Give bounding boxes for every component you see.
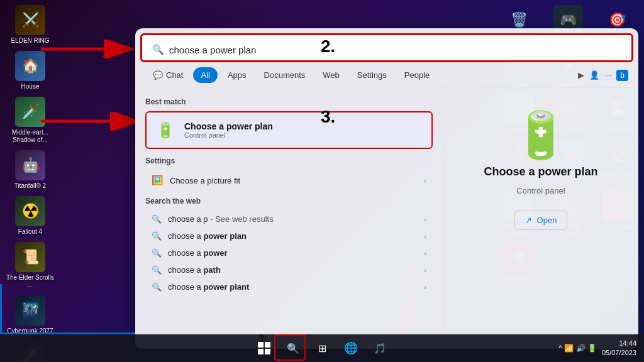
time-date: 14:44 05/07/2023: [602, 339, 636, 358]
web-item-3-text: choose a power: [168, 248, 228, 258]
start-menu: 🔍 💬 Chat All Apps Documents Web Settings: [135, 28, 638, 349]
play-icon: ▶: [578, 70, 584, 80]
tab-documents-label: Documents: [264, 70, 306, 80]
start-button[interactable]: [251, 336, 277, 361]
web-item-3[interactable]: 🔍 choose a power ›: [145, 244, 433, 261]
web-item-5-text: choose a power plant: [168, 282, 249, 292]
chevron-right-icon-5: ›: [424, 283, 426, 291]
settings-choose-picture[interactable]: 🖼️ Choose a picture fit ›: [145, 170, 433, 190]
open-icon: ↗: [525, 216, 532, 225]
web-section-label: Search the web: [145, 197, 433, 206]
fallout-icon: ☢️: [15, 196, 45, 226]
left-panel: Best match 🔋 Choose a power plan Control…: [135, 87, 443, 349]
web-item-5[interactable]: 🔍 choose a power plant ›: [145, 278, 433, 295]
desktop-icon-fallout[interactable]: ☢️ Fallout 4: [5, 196, 55, 236]
tab-people[interactable]: People: [397, 67, 437, 83]
cyberpunk-icon: 🌃: [15, 295, 45, 326]
right-panel-title: Choose a power plan: [484, 165, 597, 178]
open-button[interactable]: ↗ Open: [514, 211, 568, 230]
best-match-title: Choose a power plan: [184, 121, 273, 131]
tab-chat[interactable]: 💬 Chat: [145, 67, 191, 83]
more-icon[interactable]: ···: [604, 70, 611, 80]
tf-label: Titanfall® 2: [14, 182, 46, 190]
annotation-2: 2.: [321, 36, 335, 57]
tab-web[interactable]: Web: [315, 67, 347, 83]
desktop-icon-elden[interactable]: ⚔️ ELDEN RING: [5, 5, 55, 45]
web-item-2-text: choose a power plan: [168, 231, 247, 241]
search-icon: 🔍: [152, 44, 164, 55]
taskbar-taskview[interactable]: ⊞: [309, 336, 335, 361]
me-label: Middle-eart... Shadow of...: [5, 129, 55, 144]
tab-all-label: All: [201, 70, 209, 80]
desktop-icon-cyberpunk[interactable]: 🌃 Cyberpunk 2077: [5, 295, 55, 335]
tab-apps[interactable]: Apps: [220, 67, 254, 83]
web-item-2[interactable]: 🔍 choose a power plan ›: [145, 228, 433, 244]
fallout-label: Fallout 4: [18, 228, 42, 236]
tab-controls: ▶ 👤 ··· b: [578, 70, 628, 81]
chevron-right-icon-2: ›: [424, 233, 426, 240]
tab-apps-label: Apps: [228, 70, 247, 80]
taskview-icon: ⊞: [318, 343, 326, 354]
search-web-icon-5: 🔍: [152, 282, 162, 292]
time-display: 14:44: [619, 339, 636, 348]
chevron-right-icon: ›: [424, 177, 426, 184]
web-item-4[interactable]: 🔍 choose a path ›: [145, 261, 433, 278]
taskbar-start-highlight: [274, 334, 306, 361]
main-content: Best match 🔋 Choose a power plan Control…: [135, 87, 638, 349]
chevron-right-icon-4: ›: [424, 266, 426, 274]
best-match-item[interactable]: 🔋 Choose a power plan Control panel: [145, 111, 433, 149]
tab-documents[interactable]: Documents: [257, 67, 313, 83]
web-item-1[interactable]: 🔍 choose a p - See web results ›: [145, 211, 433, 228]
taskbar-right: ^ 📶 🔊 🔋 14:44 05/07/2023: [558, 339, 636, 358]
tabs-row: 💬 Chat All Apps Documents Web Settings P…: [135, 67, 638, 87]
elden-icon: ⚔️: [15, 5, 45, 35]
search-web-icon-4: 🔍: [152, 265, 162, 275]
search-web-icon-1: 🔍: [152, 214, 162, 224]
red-arrow-1: [41, 40, 142, 58]
tab-settings-label: Settings: [357, 70, 387, 80]
tab-all[interactable]: All: [193, 67, 217, 83]
taskbar-chrome[interactable]: 🌐: [338, 336, 364, 361]
chevron-right-icon-1: ›: [424, 216, 426, 223]
tab-people-label: People: [404, 70, 430, 80]
red-arrow-2: [41, 112, 148, 131]
desktop-icons-left: ⚔️ ELDEN RING 🏠 House 🗡️ Middle-eart... …: [5, 5, 55, 362]
desktop-icon-elderscrolls[interactable]: 📜 The Elder Scrolls ...: [5, 242, 55, 289]
person-icon: 👤: [589, 70, 599, 80]
chrome-icon: 🌐: [344, 341, 358, 355]
house-label: House: [21, 83, 40, 90]
taskbar: 🔍 ⊞ 🌐 🎵 ^ 📶 🔊 🔋 14:44 05/07/2023: [0, 334, 644, 362]
search-bar-container[interactable]: 🔍: [140, 33, 633, 62]
elderscrolls-label: The Elder Scrolls ...: [5, 274, 55, 289]
tray-icons: ^ 📶 🔊 🔋: [558, 344, 597, 353]
search-web-icon-3: 🔍: [152, 248, 162, 258]
right-power-icon: 🔋: [513, 112, 569, 158]
tf-icon: 🤖: [15, 150, 45, 180]
taskbar-spotify-icon: 🎵: [374, 343, 386, 354]
search-web-icon-2: 🔍: [152, 231, 162, 241]
elderscrolls-icon: 📜: [15, 242, 45, 272]
settings-item-label: Choose a picture fit: [170, 176, 240, 185]
bing-icon: b: [616, 70, 628, 81]
power-plan-icon: 🔋: [153, 118, 178, 143]
blue-border-vertical: [0, 284, 2, 334]
date-display: 05/07/2023: [602, 348, 636, 358]
chat-icon: 💬: [153, 70, 163, 80]
search-input[interactable]: [169, 45, 621, 55]
desktop: ⚔️ ELDEN RING 🏠 House 🗡️ Middle-eart... …: [0, 0, 644, 362]
taskbar-spotify[interactable]: 🎵: [367, 336, 393, 361]
picture-icon: 🖼️: [152, 175, 164, 186]
settings-section-label: Settings: [145, 156, 433, 165]
chevron-right-icon-3: ›: [424, 250, 426, 257]
tab-chat-label: Chat: [166, 70, 183, 80]
tab-settings[interactable]: Settings: [350, 67, 394, 83]
tab-web-label: Web: [323, 70, 340, 80]
taskbar-center: 🔍 ⊞ 🌐 🎵: [251, 336, 393, 361]
desktop-icon-tf[interactable]: 🤖 Titanfall® 2: [5, 150, 55, 190]
best-match-text: Choose a power plan Control panel: [184, 121, 273, 139]
annotation-3: 3.: [321, 107, 335, 127]
right-panel-subtitle: Control panel: [516, 186, 565, 195]
best-match-section-label: Best match: [145, 97, 433, 106]
open-label: Open: [537, 216, 557, 225]
web-item-4-text: choose a path: [168, 265, 221, 275]
